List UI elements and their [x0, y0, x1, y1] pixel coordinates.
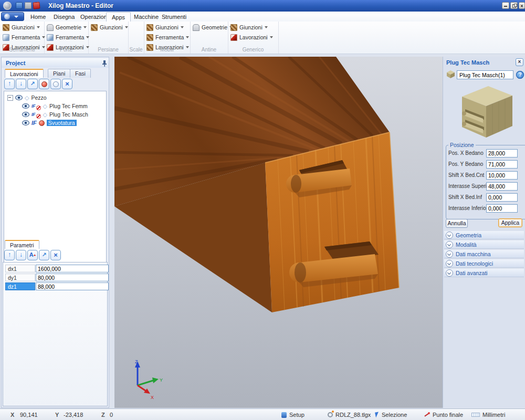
enable-node-button[interactable] [50, 79, 61, 89]
mobili-ferramenta-button[interactable]: Ferramenta [146, 33, 189, 41]
move-up-button[interactable]: ↑ [4, 79, 15, 89]
section-geometria[interactable]: Geometria [444, 231, 524, 239]
porte-geometrie-button[interactable]: Geometrie [47, 23, 87, 32]
mobili-giunzioni-button[interactable]: Giunzioni [146, 23, 184, 32]
section-dati-avanzati[interactable]: Dati avanzati [444, 269, 524, 277]
export-button[interactable]: ↗ [27, 79, 38, 89]
field-label: Interasse Superior [448, 182, 491, 193]
posizione-legend: Posizione [448, 142, 476, 148]
giunzioni-icon [230, 24, 237, 31]
tab-apps[interactable]: Apps [106, 12, 131, 22]
quick-undo-icon[interactable] [25, 2, 32, 9]
persiane-giunzioni-button[interactable]: Giunzioni [91, 23, 128, 32]
chevron-down-icon [446, 260, 453, 267]
tab-lavorazioni[interactable]: Lavorazioni [5, 69, 44, 78]
restore-button[interactable] [510, 2, 518, 9]
generico-lavorazioni-button[interactable]: Lavorazioni [230, 33, 273, 41]
inspector-title: Plug Tec Masch [446, 59, 489, 66]
pos-x-bedano-input[interactable] [486, 149, 518, 158]
eye-icon[interactable] [15, 95, 23, 100]
ribbon-group-porte: Geometrie Ferramenta Lavorazioni Porte [44, 22, 89, 54]
minimize-button[interactable] [502, 2, 509, 9]
app-menu-orb-icon [4, 14, 10, 19]
interasse-inferiore-input[interactable] [486, 204, 518, 213]
status-millimetri[interactable]: Millimetri [471, 412, 505, 418]
viewport-3d[interactable]: Z Y X [114, 57, 443, 408]
arrow-down-icon: ↓ [19, 80, 23, 87]
param-down-button[interactable]: ↓ [16, 250, 26, 260]
status-punto-finale[interactable]: Punto finale [424, 412, 463, 418]
field-label: Shift X Bed.Cnt [448, 171, 484, 182]
group-label: Mobili [144, 47, 190, 52]
no-circle-icon [36, 114, 41, 119]
group-label: Porte [44, 47, 88, 52]
tab-piani[interactable]: Piani [48, 69, 70, 78]
ribbon-group-mobili: Giunzioni Ferramenta Lavorazioni Mobili [144, 22, 191, 54]
plug-cube-icon [445, 69, 456, 79]
param-value-input[interactable] [36, 282, 109, 290]
tree-row-plug-tec-masch[interactable]: IF Plug Tec Masch [22, 110, 88, 119]
if-condition-badge: IF [32, 112, 36, 117]
param-name[interactable]: dy1 [5, 274, 35, 281]
move-down-button[interactable]: ↓ [16, 79, 26, 89]
eye-icon[interactable] [22, 103, 29, 109]
status-selezione[interactable]: Selezione [375, 412, 407, 418]
param-name[interactable]: dx1 [5, 265, 35, 272]
no-circle-icon [36, 106, 41, 110]
param-delete-button[interactable]: × [50, 250, 61, 260]
giunzioni-icon [91, 24, 98, 31]
close-button[interactable]: × [519, 2, 525, 9]
tree-row-pezzo[interactable]: Pezzo [7, 93, 47, 102]
status-file[interactable]: RDLZ_88.tlgx [328, 412, 371, 418]
quick-redo-icon[interactable] [33, 2, 40, 9]
delete-node-button[interactable]: × [62, 79, 72, 89]
param-value-input[interactable] [36, 274, 109, 281]
param-name-selected[interactable]: dz1 [5, 282, 35, 290]
axis-y-label: Y [160, 377, 163, 383]
param-export-button[interactable]: ↗ [39, 250, 49, 260]
tab-parametri[interactable]: Parametri [5, 240, 39, 249]
serramenti-ferramenta-button[interactable]: Ferramenta [3, 33, 45, 41]
eye-icon[interactable] [22, 112, 29, 117]
application-menu-button[interactable] [1, 12, 24, 21]
antine-geometrie-button[interactable]: Geometrie [193, 23, 233, 32]
shift-x-bed-inf-input[interactable] [486, 193, 518, 202]
porte-ferramenta-button[interactable]: Ferramenta [47, 33, 89, 41]
quick-save-icon[interactable] [16, 2, 23, 9]
pos-y-bedano-input[interactable] [486, 160, 518, 169]
chevron-down-icon [37, 26, 40, 28]
if-condition-badge: IF [32, 120, 37, 126]
help-button[interactable]: ? [516, 71, 524, 79]
giunzioni-icon [3, 24, 9, 31]
shift-x-bed-cnt-input[interactable] [486, 171, 518, 180]
tree-row-plug-tec-femm[interactable]: IF Plug Tec Femm [22, 102, 88, 110]
section-dati-tecnologici[interactable]: Dati tecnologici [444, 259, 524, 268]
eye-icon[interactable] [22, 120, 29, 125]
instance-name-input[interactable] [457, 70, 513, 79]
field-label: Pos. X Bedano [448, 149, 484, 160]
app-logo-icon[interactable] [3, 2, 12, 10]
param-value-input[interactable] [36, 265, 109, 272]
applica-button[interactable]: Applica [498, 218, 522, 227]
serramenti-giunzioni-button[interactable]: Giunzioni [3, 23, 40, 32]
tree-row-svuotatura[interactable]: IF Svuotatura [22, 119, 77, 127]
disable-node-button[interactable] [39, 79, 49, 89]
param-add-button[interactable]: A+ [27, 250, 38, 260]
section-modalita[interactable]: Modalità [444, 240, 524, 249]
status-setup[interactable]: Setup [281, 412, 304, 418]
inspector-close-button[interactable]: × [516, 58, 523, 66]
generico-giunzioni-button[interactable]: Giunzioni [230, 23, 268, 32]
tab-strumenti[interactable]: Strumenti [156, 12, 192, 22]
pin-icon[interactable] [102, 60, 107, 67]
tab-fasi[interactable]: Fasi [70, 69, 91, 78]
param-up-button[interactable]: ↑ [4, 250, 15, 260]
interasse-superiore-input[interactable] [486, 182, 518, 191]
chevron-down-icon [265, 26, 268, 28]
chevron-down-icon [446, 269, 453, 277]
annulla-button[interactable]: Annulla [446, 219, 468, 228]
coord-x-value: 90,141 [20, 412, 38, 418]
application-window: Xilog Maestro - Editor × Home Disegna Op… [0, 0, 525, 420]
collapse-icon[interactable] [7, 95, 13, 101]
tab-home[interactable]: Home [25, 12, 51, 22]
section-dati-macchina[interactable]: Dati macchina [444, 250, 524, 258]
